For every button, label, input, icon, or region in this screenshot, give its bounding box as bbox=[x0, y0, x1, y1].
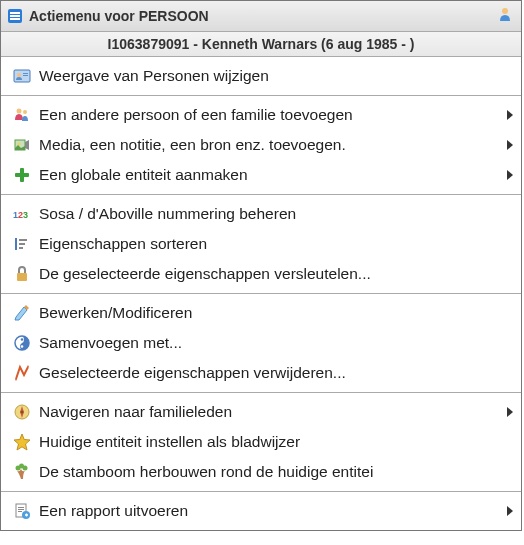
menu-item-label: Weergave van Personen wijzigen bbox=[39, 67, 513, 85]
media-icon bbox=[11, 136, 33, 154]
svg-point-30 bbox=[19, 464, 24, 469]
menu-group: 123Sosa / d'Aboville nummering beherenEi… bbox=[1, 195, 521, 294]
menu-item-label: Sosa / d'Aboville nummering beheren bbox=[39, 205, 513, 223]
svg-rect-20 bbox=[19, 243, 25, 245]
svg-rect-18 bbox=[15, 238, 17, 250]
person-card-icon bbox=[11, 67, 33, 85]
submenu-arrow-icon bbox=[507, 170, 513, 180]
menu-group: Een rapport uitvoeren bbox=[1, 492, 521, 530]
submenu-arrow-icon bbox=[507, 140, 513, 150]
menu-group: Een andere persoon of een familie toevoe… bbox=[1, 96, 521, 195]
svg-rect-33 bbox=[18, 509, 24, 510]
menu-subtitle: I1063879091 - Kenneth Warnars (6 aug 198… bbox=[1, 32, 521, 57]
family-icon bbox=[11, 106, 33, 124]
svg-point-10 bbox=[23, 110, 27, 114]
action-menu-panel: Actiemenu voor PERSOON I1063879091 - Ken… bbox=[0, 0, 522, 531]
menu-item[interactable]: Een globale entiteit aanmaken bbox=[1, 160, 521, 190]
menu-item[interactable]: Media, een notitie, een bron enz. toevoe… bbox=[1, 130, 521, 160]
svg-rect-21 bbox=[19, 247, 23, 249]
menu-item[interactable]: 123Sosa / d'Aboville nummering beheren bbox=[1, 199, 521, 229]
svg-point-24 bbox=[21, 338, 24, 341]
menu-item[interactable]: De geselecteerde eigenschappen versleute… bbox=[1, 259, 521, 289]
person-icon bbox=[497, 6, 513, 22]
menu-item-label: Samenvoegen met... bbox=[39, 334, 513, 352]
svg-rect-19 bbox=[19, 239, 27, 241]
star-icon bbox=[11, 433, 33, 451]
plus-icon bbox=[11, 166, 33, 184]
menu-item[interactable]: Bewerken/Modificeren bbox=[1, 298, 521, 328]
compass-icon bbox=[11, 403, 33, 421]
menu-item-label: De stamboom herbouwen rond de huidige en… bbox=[39, 463, 513, 481]
menu-item[interactable]: Eigenschappen sorteren bbox=[1, 229, 521, 259]
svg-point-9 bbox=[17, 109, 22, 114]
svg-rect-34 bbox=[18, 511, 22, 512]
menu-item[interactable]: Een andere persoon of een familie toevoe… bbox=[1, 100, 521, 130]
svg-rect-8 bbox=[23, 75, 28, 76]
svg-rect-2 bbox=[10, 15, 20, 17]
menu-item-label: Navigeren naar familieleden bbox=[39, 403, 503, 421]
menu-item-label: Een rapport uitvoeren bbox=[39, 502, 503, 520]
menu-group: Navigeren naar familieledenHuidige entit… bbox=[1, 393, 521, 492]
menu-title: Actiemenu voor PERSOON bbox=[29, 8, 209, 24]
menu-item-label: De geselecteerde eigenschappen versleute… bbox=[39, 265, 513, 283]
menu-item-label: Eigenschappen sorteren bbox=[39, 235, 513, 253]
sort-icon bbox=[11, 235, 33, 253]
svg-rect-3 bbox=[10, 18, 20, 20]
menu-item-label: Geselecteerde eigenschappen verwijderen.… bbox=[39, 364, 513, 382]
menu-item[interactable]: Geselecteerde eigenschappen verwijderen.… bbox=[1, 358, 521, 388]
report-icon bbox=[11, 502, 33, 520]
menu-item-label: Media, een notitie, een bron enz. toevoe… bbox=[39, 136, 503, 154]
menu-group: Weergave van Personen wijzigen bbox=[1, 57, 521, 96]
menu-header: Actiemenu voor PERSOON bbox=[1, 1, 521, 32]
menu-item[interactable]: Samenvoegen met... bbox=[1, 328, 521, 358]
menu-item[interactable]: Een rapport uitvoeren bbox=[1, 496, 521, 526]
menu-item[interactable]: Weergave van Personen wijzigen bbox=[1, 61, 521, 91]
svg-rect-14 bbox=[15, 173, 29, 177]
svg-rect-1 bbox=[10, 12, 20, 14]
menu-body: Weergave van Personen wijzigenEen andere… bbox=[1, 57, 521, 530]
menu-item-label: Een globale entiteit aanmaken bbox=[39, 166, 503, 184]
numbers-icon: 123 bbox=[11, 205, 33, 223]
submenu-arrow-icon bbox=[507, 407, 513, 417]
svg-point-27 bbox=[21, 411, 24, 414]
menu-item[interactable]: Navigeren naar familieleden bbox=[1, 397, 521, 427]
menu-item-label: Bewerken/Modificeren bbox=[39, 304, 513, 322]
menu-item-label: Huidige entiteit instellen als bladwijze… bbox=[39, 433, 513, 451]
svg-point-4 bbox=[502, 8, 508, 14]
svg-rect-32 bbox=[18, 507, 24, 508]
menu-item[interactable]: Huidige entiteit instellen als bladwijze… bbox=[1, 427, 521, 457]
tree-icon bbox=[11, 463, 33, 481]
submenu-arrow-icon bbox=[507, 506, 513, 516]
delete-icon bbox=[11, 364, 33, 382]
lock-icon bbox=[11, 265, 33, 283]
menu-item-label: Een andere persoon of een familie toevoe… bbox=[39, 106, 503, 124]
svg-rect-22 bbox=[17, 273, 27, 281]
svg-rect-7 bbox=[23, 73, 28, 74]
svg-point-6 bbox=[17, 73, 21, 77]
menu-item[interactable]: De stamboom herbouwen rond de huidige en… bbox=[1, 457, 521, 487]
svg-text:3: 3 bbox=[23, 210, 28, 220]
edit-icon bbox=[11, 304, 33, 322]
submenu-arrow-icon bbox=[507, 110, 513, 120]
menu-icon bbox=[7, 8, 23, 24]
menu-group: Bewerken/ModificerenSamenvoegen met...Ge… bbox=[1, 294, 521, 393]
svg-point-25 bbox=[21, 345, 24, 348]
merge-icon bbox=[11, 334, 33, 352]
